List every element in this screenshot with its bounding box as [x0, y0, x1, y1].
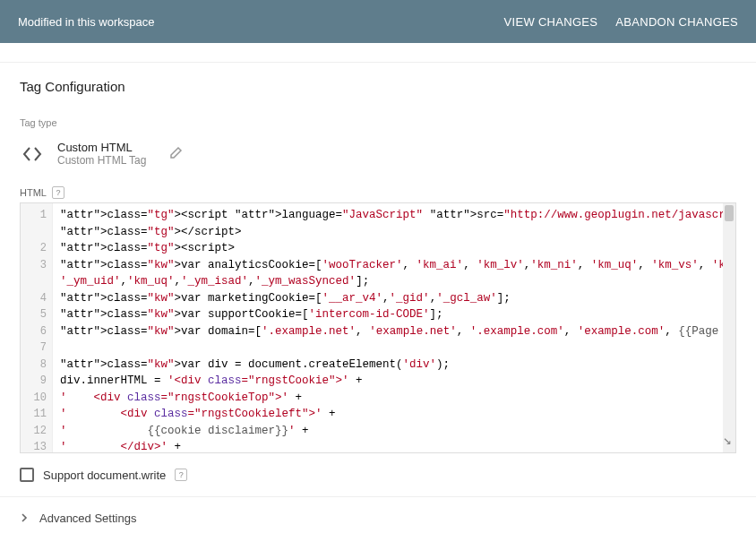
code-gutter: 1 23 456789101112131415 — [21, 203, 53, 452]
tag-type-label: Tag type — [20, 117, 736, 128]
docwrite-help-icon[interactable]: ? — [175, 469, 187, 481]
html-field-label-row: HTML ? — [0, 186, 756, 202]
tag-type-name: Custom HTML — [57, 141, 146, 154]
advanced-settings-label: Advanced Settings — [39, 512, 136, 525]
tag-type-row[interactable]: Custom HTML Custom HTML Tag — [20, 137, 736, 186]
html-field-label: HTML — [20, 187, 47, 198]
chevron-right-icon — [20, 512, 29, 525]
html-code-editor[interactable]: 1 23 456789101112131415 "attr">class="tg… — [20, 202, 736, 453]
code-body[interactable]: "attr">class="tg"><script "attr">languag… — [53, 203, 735, 452]
support-docwrite-label: Support document.write — [43, 469, 166, 482]
workspace-topbar: Modified in this workspace VIEW CHANGES … — [0, 0, 756, 43]
edit-tag-type-icon[interactable] — [169, 145, 184, 163]
html-help-icon[interactable]: ? — [52, 186, 64, 199]
content-spacer — [0, 43, 756, 63]
section-title: Tag Configuration — [0, 63, 756, 108]
editor-resize-handle[interactable]: ↘ — [723, 431, 732, 449]
abandon-changes-button[interactable]: ABANDON CHANGES — [615, 15, 738, 29]
support-docwrite-row: Support document.write ? — [0, 453, 756, 496]
topbar-actions: VIEW CHANGES ABANDON CHANGES — [504, 15, 738, 29]
tag-type-subtitle: Custom HTML Tag — [57, 154, 146, 167]
tag-type-section: Tag type Custom HTML Custom HTML Tag — [0, 108, 756, 186]
editor-scrollbar[interactable] — [723, 203, 735, 452]
support-docwrite-checkbox[interactable] — [20, 468, 34, 482]
workspace-status: Modified in this workspace — [18, 15, 504, 29]
advanced-settings-toggle[interactable]: Advanced Settings — [0, 496, 756, 539]
custom-html-icon — [20, 142, 45, 167]
view-changes-button[interactable]: VIEW CHANGES — [504, 15, 598, 29]
tag-type-texts: Custom HTML Custom HTML Tag — [57, 141, 146, 167]
editor-scrollbar-thumb[interactable] — [725, 205, 734, 221]
